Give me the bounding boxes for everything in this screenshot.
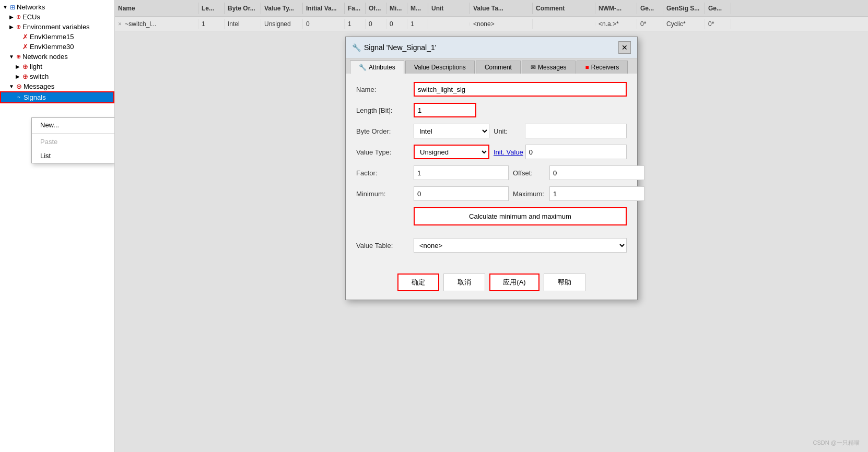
expand-icon: ▶ (15, 64, 21, 69)
context-menu-item-label: List (40, 152, 51, 160)
sidebar-item-networks[interactable]: ▼ ⊞ Networks (0, 2, 114, 12)
expand-icon: ▶ (8, 14, 15, 20)
sidebar-item-light[interactable]: ▶ ⊕ light (0, 62, 114, 72)
expand-icon: ~ (16, 94, 22, 100)
offset-group: Offset: (513, 165, 644, 180)
sidebar-item-label: light (30, 63, 42, 70)
calc-min-max-button[interactable]: Calculate minimum and maximum (414, 207, 627, 225)
tab-attributes[interactable]: 🔧 Attributes (350, 61, 404, 74)
tab-comment-label: Comment (485, 64, 512, 71)
sidebar-item-envklemme15[interactable]: ✗ EnvKlemme15 (0, 32, 114, 42)
sidebar-item-messages[interactable]: ▼ ⊕ Messages (0, 81, 114, 91)
sidebar-item-label: EnvKlemme30 (30, 43, 74, 51)
tab-receivers-icon: ■ (585, 64, 589, 71)
factor-input[interactable] (414, 165, 509, 180)
unit-input[interactable] (525, 124, 627, 138)
dialog-title-text: Signal 'New_Signal_1' (364, 43, 436, 52)
leaf-icon: ✗ (22, 33, 28, 41)
minmax-row: Minimum: Maximum: (356, 186, 627, 201)
expand-icon: ▼ (2, 4, 8, 10)
unit-label: Unit: (494, 127, 525, 135)
sidebar-item-label: Signals (24, 93, 46, 101)
init-value-link[interactable]: Init. Value (494, 148, 523, 156)
offset-label: Offset: (513, 169, 549, 177)
byte-order-unit-row: Byte Order: Intel Motorola MSB Motorola … (356, 124, 627, 138)
calc-row: Calculate minimum and maximum (356, 207, 627, 232)
sidebar-item-switch[interactable]: ▶ ⊕ switch (0, 72, 114, 81)
tab-messages[interactable]: ✉ Messages (522, 61, 576, 74)
dialog-title-bar: 🔧 Signal 'New_Signal_1' ✕ (346, 37, 637, 58)
minimum-input[interactable] (414, 186, 509, 201)
tab-receivers[interactable]: ■ Receivers (577, 61, 628, 74)
context-menu-separator (32, 133, 114, 134)
tab-attributes-label: Attributes (369, 64, 395, 71)
context-menu: New... Paste List (31, 117, 115, 163)
value-table-label: Value Table: (356, 242, 414, 249)
dialog-overlay: 🔧 Signal 'New_Signal_1' ✕ 🔧 Attributes V… (115, 0, 868, 452)
ok-button[interactable]: 确定 (397, 273, 439, 291)
byte-order-group: Byte Order: Intel Motorola MSB Motorola … (356, 124, 489, 138)
context-menu-paste: Paste (32, 135, 114, 149)
apply-button[interactable]: 应用(A) (489, 273, 539, 291)
networks-icon: ⊞ (10, 4, 15, 11)
name-input[interactable] (414, 82, 627, 97)
sidebar-item-env-vars[interactable]: ▶ ⊕ Environment variables (0, 22, 114, 32)
context-menu-list[interactable]: List (32, 149, 114, 163)
expand-icon: ▼ (8, 84, 15, 89)
sidebar-item-label: Environment variables (22, 23, 90, 31)
offset-input[interactable] (549, 165, 644, 180)
main-area: ▼ ⊞ Networks ▶ ⊕ ECUs ▶ ⊕ Environment va… (0, 0, 868, 452)
factor-offset-row: Factor: Offset: (356, 165, 627, 180)
sidebar-item-label: Network nodes (22, 53, 68, 61)
value-table-select[interactable]: <none> (414, 238, 627, 253)
sidebar-item-network-nodes[interactable]: ▼ ⊕ Network nodes (0, 52, 114, 62)
sidebar-item-envklemme30[interactable]: ✗ EnvKlemme30 (0, 42, 114, 52)
maximum-input[interactable] (549, 186, 644, 201)
content-area: Name Le... Byte Or... Value Ty... Initia… (115, 0, 868, 452)
tab-value-descriptions[interactable]: Value Descriptions (405, 61, 475, 74)
netnode-icon: ⊕ (16, 53, 21, 60)
tab-messages-icon: ✉ (531, 64, 536, 71)
init-value-group: Init. Value (494, 145, 627, 159)
dialog-title-icon: 🔧 (352, 43, 361, 52)
factor-label: Factor: (356, 169, 414, 177)
context-menu-item-label: Paste (40, 138, 57, 146)
dialog-footer: 确定 取消 应用(A) 帮助 (346, 267, 637, 300)
byte-order-select[interactable]: Intel Motorola MSB Motorola LSB (414, 124, 489, 138)
name-label: Name: (356, 86, 414, 93)
context-menu-item-label: New... (40, 121, 59, 129)
value-table-row: Value Table: <none> (356, 238, 627, 253)
expand-icon: ▶ (8, 24, 15, 30)
help-button[interactable]: 帮助 (544, 273, 585, 291)
messages-icon: ⊕ (16, 82, 22, 90)
sidebar-item-label: switch (30, 73, 49, 80)
factor-group: Factor: (356, 165, 509, 180)
dialog-body: Name: Length [Bit]: Byte Order: (346, 74, 637, 267)
tab-messages-label: Messages (538, 64, 567, 71)
byte-order-label: Byte Order: (356, 127, 414, 135)
tab-receivers-label: Receivers (591, 64, 619, 71)
sidebar-item-label: EnvKlemme15 (30, 33, 74, 41)
expand-icon: ▼ (8, 54, 15, 60)
maximum-group: Maximum: (513, 186, 644, 201)
signal-dialog: 🔧 Signal 'New_Signal_1' ✕ 🔧 Attributes V… (345, 37, 638, 300)
length-input[interactable] (414, 103, 476, 117)
init-value-input[interactable] (525, 145, 627, 159)
dialog-tabs: 🔧 Attributes Value Descriptions Comment … (346, 58, 637, 74)
tab-comment[interactable]: Comment (476, 61, 521, 74)
sidebar-item-ecus[interactable]: ▶ ⊕ ECUs (0, 12, 114, 22)
minimum-group: Minimum: (356, 186, 509, 201)
context-menu-new[interactable]: New... (32, 118, 114, 132)
cancel-button[interactable]: 取消 (443, 273, 485, 291)
dialog-close-button[interactable]: ✕ (618, 41, 631, 54)
maximum-label: Maximum: (513, 190, 549, 198)
value-type-select[interactable]: Unsigned Signed Float Double (414, 145, 489, 159)
length-label: Length [Bit]: (356, 106, 414, 114)
app-container: ▼ ⊞ Networks ▶ ⊕ ECUs ▶ ⊕ Environment va… (0, 0, 868, 452)
length-row: Length [Bit]: (356, 103, 627, 117)
tab-attributes-icon: 🔧 (359, 64, 367, 71)
dialog-title: 🔧 Signal 'New_Signal_1' (352, 43, 436, 52)
sidebar-item-signals[interactable]: ~ Signals (0, 91, 114, 103)
sidebar-item-label: Networks (17, 3, 45, 11)
minimum-label: Minimum: (356, 190, 414, 198)
